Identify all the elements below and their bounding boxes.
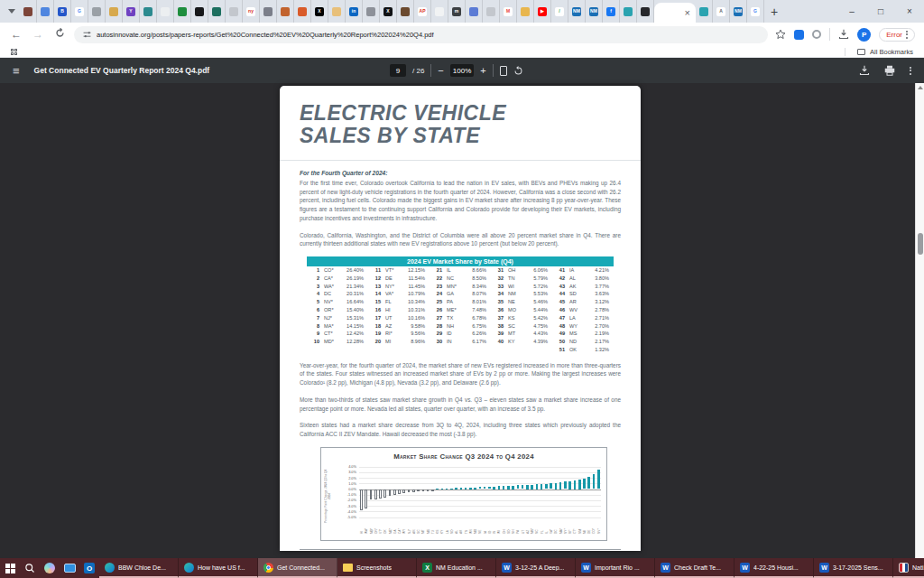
taskbar-app-bbw-chloe-de-[interactable]: BBW Chloe De... <box>99 558 179 578</box>
outlook-button[interactable]: O <box>79 558 99 578</box>
x-tick-label: AL <box>455 530 458 534</box>
pinned-tab[interactable] <box>88 0 106 23</box>
taskbar-app-get-connected-[interactable]: Get Connected... <box>258 558 337 578</box>
window-controls: – □ × <box>837 0 924 23</box>
new-tab-button[interactable]: + <box>764 2 784 22</box>
pinned-tab[interactable] <box>140 0 157 23</box>
pinned-tab[interactable] <box>37 0 54 23</box>
zoom-out-button[interactable]: − <box>438 65 443 76</box>
tab-groups-icon[interactable] <box>11 49 17 55</box>
x-tick-label: CO* <box>592 528 596 534</box>
pinned-tab[interactable] <box>431 0 448 23</box>
download-icon[interactable] <box>838 29 849 40</box>
minimize-button[interactable]: – <box>837 0 866 23</box>
reload-icon[interactable] <box>52 28 67 41</box>
taskbar-app-check-draft-te-[interactable]: WCheck Draft Te... <box>655 558 735 578</box>
pinned-tab[interactable] <box>397 0 414 23</box>
favicon: m <box>452 7 461 16</box>
pinned-tab[interactable]: AP <box>414 0 431 23</box>
pinned-tab[interactable]: X <box>311 0 328 23</box>
state-abbr: PA <box>445 298 469 306</box>
pinned-tab[interactable]: NM <box>568 0 586 23</box>
pinned-tab[interactable] <box>620 0 637 23</box>
pinned-tab[interactable]: NM <box>586 0 603 23</box>
pinned-tab[interactable] <box>696 0 713 23</box>
pinned-tab[interactable] <box>20 0 37 23</box>
all-bookmarks-button[interactable]: All Bookmarks <box>845 48 913 56</box>
taskbar-app-screenshots[interactable]: Screenshots <box>337 558 417 578</box>
tab-close-icon[interactable]: × <box>685 8 690 18</box>
pinned-tab[interactable] <box>260 0 277 23</box>
taskbar-app-4-22-25-housi-[interactable]: W4-22-25 Housi... <box>735 558 814 578</box>
fit-page-icon[interactable] <box>500 66 507 76</box>
pinned-tab[interactable] <box>483 0 500 23</box>
scrollbar[interactable] <box>915 83 924 558</box>
active-tab[interactable]: × <box>654 3 696 23</box>
pinned-tab[interactable] <box>226 0 243 23</box>
extension-icon[interactable] <box>794 30 804 40</box>
pinned-tab[interactable] <box>277 0 294 23</box>
tab-search-button[interactable] <box>4 4 20 20</box>
favicon <box>23 7 32 16</box>
favicon: ny <box>246 7 255 16</box>
taskbar-app-3-17-2025-sens-[interactable]: W3-17-2025 Sens... <box>814 558 893 578</box>
pinned-tab[interactable]: f <box>603 0 620 23</box>
close-button[interactable]: × <box>895 0 924 23</box>
pinned-tab[interactable] <box>328 0 346 23</box>
pinned-tab[interactable] <box>157 0 174 23</box>
zoom-in-button[interactable]: + <box>480 65 485 76</box>
taskbar-app-3-12-25-a-deep-[interactable]: W3-12-25 A Deep... <box>496 558 576 578</box>
taskbar-app-nati-[interactable]: Nati... <box>893 558 924 578</box>
search-button[interactable] <box>20 558 40 578</box>
pinned-tab[interactable] <box>517 0 534 23</box>
scrollbar-thumb[interactable] <box>918 233 923 255</box>
pdf-kebab-icon[interactable] <box>910 67 911 75</box>
back-icon[interactable]: ← <box>9 28 23 41</box>
pinned-tab[interactable] <box>466 0 483 23</box>
pinned-tab[interactable] <box>208 0 226 23</box>
print-icon[interactable] <box>884 65 895 76</box>
pinned-tab[interactable]: m <box>448 0 466 23</box>
pdf-menu-icon[interactable]: ≡ <box>13 64 20 78</box>
pinned-tab[interactable] <box>637 0 654 23</box>
display-button[interactable] <box>60 558 79 578</box>
url-bar[interactable]: autosinnovate.org/posts/papers-reports/G… <box>74 26 768 43</box>
pinned-tab[interactable]: M <box>500 0 517 23</box>
scrollbar-up-icon[interactable] <box>918 86 923 89</box>
extension-ring-icon[interactable] <box>812 30 821 39</box>
profile-avatar[interactable]: P <box>857 28 871 42</box>
chart-bar <box>383 489 386 498</box>
forward-icon[interactable]: → <box>31 28 45 41</box>
page-number-input[interactable]: 9 <box>390 64 406 77</box>
pinned-tab[interactable]: A <box>713 0 730 23</box>
pinned-tab[interactable] <box>191 0 208 23</box>
pinned-tab[interactable]: / <box>551 0 568 23</box>
pinned-tab[interactable] <box>174 0 191 23</box>
pinned-tab[interactable] <box>294 0 311 23</box>
zoom-level[interactable]: 100% <box>450 64 474 77</box>
pinned-tab[interactable]: Y <box>123 0 140 23</box>
pinned-tab[interactable]: in <box>346 0 363 23</box>
start-button[interactable] <box>0 558 20 578</box>
pinned-tab[interactable]: X <box>380 0 397 23</box>
taskbar-app-important-rio-[interactable]: WImportant Rio ... <box>576 558 655 578</box>
bookmark-star-icon[interactable] <box>775 29 786 40</box>
pinned-tab[interactable]: B <box>54 0 71 23</box>
site-settings-icon[interactable] <box>83 31 91 39</box>
pinned-tab[interactable]: G <box>747 0 764 23</box>
pinned-tab[interactable]: ▶ <box>534 0 551 23</box>
rotate-icon[interactable] <box>513 66 523 76</box>
pinned-tab[interactable]: NM <box>730 0 747 23</box>
taskbar-app-how-have-us-f-[interactable]: How have US f... <box>179 558 258 578</box>
copilot-button[interactable] <box>40 558 60 578</box>
pinned-tab[interactable] <box>363 0 380 23</box>
pinned-tab[interactable]: ny <box>243 0 260 23</box>
taskbar-app-nm-education-[interactable]: XNM Education ... <box>417 558 496 578</box>
taskbar-app-label: BBW Chloe De... <box>118 564 166 571</box>
chart-plot-area: 4.0%3.0%2.0%1.0%0.0%-1.0%-2.0%-3.0%-4.0%… <box>359 464 601 520</box>
error-menu-button[interactable]: Error <box>879 28 915 42</box>
pdf-download-icon[interactable] <box>859 65 870 76</box>
pinned-tab[interactable] <box>106 0 123 23</box>
maximize-button[interactable]: □ <box>866 0 895 23</box>
pinned-tab[interactable]: G <box>71 0 88 23</box>
